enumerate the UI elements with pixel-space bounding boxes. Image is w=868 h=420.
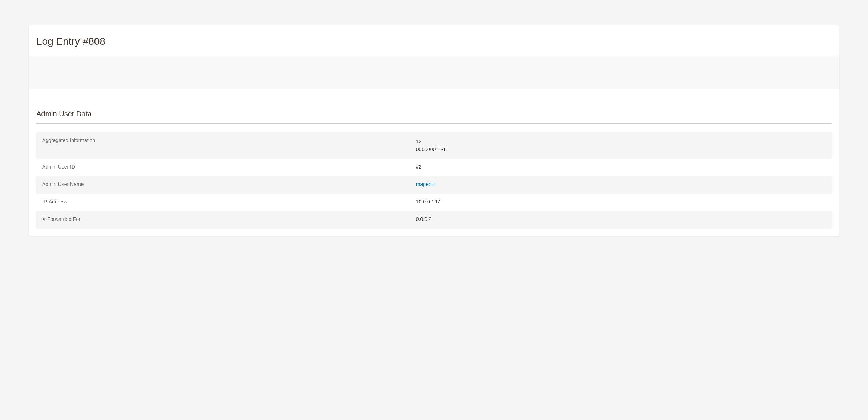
row-label-admin-user-id: Admin User ID [36,159,410,176]
action-bar-placeholder [29,56,839,89]
row-value-aggregated: 12 000000011-1 [410,132,832,159]
row-value-admin-user-id: #2 [410,159,832,176]
admin-user-data-section: Admin User Data Aggregated Information 1… [29,89,839,229]
admin-user-data-table: Aggregated Information 12 000000011-1 Ad… [36,132,832,229]
table-row: Admin User Name magebit [36,176,832,194]
row-label-admin-user-name: Admin User Name [36,176,410,194]
row-label-aggregated: Aggregated Information [36,132,410,159]
row-value-ip-address: 10.0.0.197 [410,194,832,211]
row-value-x-forwarded-for: 0.0.0.2 [410,211,832,229]
table-row: Aggregated Information 12 000000011-1 [36,132,832,159]
row-label-x-forwarded-for: X-Forwarded For [36,211,410,229]
section-title: Admin User Data [36,104,832,124]
table-row: X-Forwarded For 0.0.0.2 [36,211,832,229]
page-title: Log Entry #808 [29,25,839,56]
row-value-admin-user-name: magebit [410,176,832,194]
row-label-ip-address: IP-Address [36,194,410,211]
table-row: Admin User ID #2 [36,159,832,176]
admin-user-name-link[interactable]: magebit [416,181,434,187]
log-entry-card: Log Entry #808 Admin User Data Aggregate… [29,25,839,236]
table-row: IP-Address 10.0.0.197 [36,194,832,211]
